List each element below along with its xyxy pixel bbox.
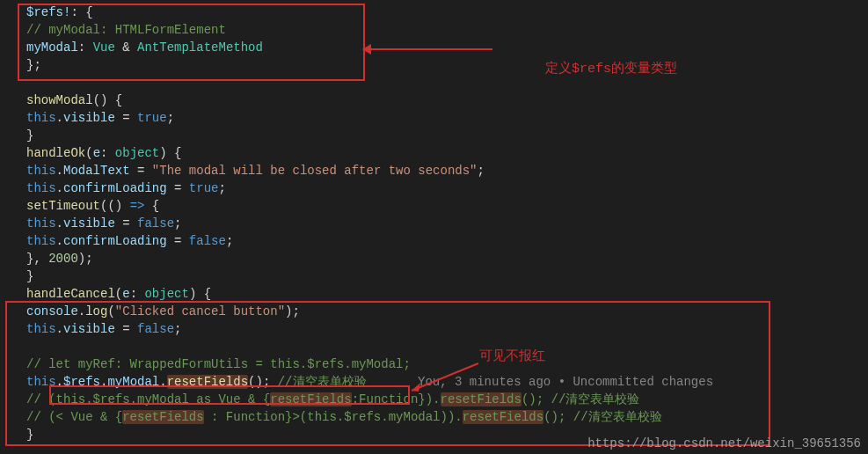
token-this: this: [26, 111, 56, 125]
token: .: [100, 375, 107, 389]
code-line[interactable]: setTimeout(() => {: [0, 197, 868, 215]
code-line[interactable]: this.confirmLoading = false;: [0, 232, 868, 250]
code-line[interactable]: this.confirmLoading = true;: [0, 179, 868, 197]
token-string: "Clicked cancel button": [115, 304, 285, 319]
token: .: [56, 164, 63, 178]
token: .: [56, 181, 63, 195]
code-line[interactable]: };: [0, 56, 868, 74]
token-string: "The modal will be closed after two seco…: [152, 164, 478, 178]
token-this: this: [26, 216, 56, 231]
token: }: [26, 428, 33, 442]
token-fn: showModal: [26, 93, 93, 107]
annotation-label-refs: 定义$refs的变量类型: [545, 60, 677, 77]
token: ) {: [189, 287, 211, 301]
code-line[interactable]: // myModal: HTMLFormElement: [0, 21, 868, 39]
token: e: [93, 146, 100, 160]
token: .: [56, 322, 63, 336]
code-line[interactable]: [0, 338, 868, 355]
token: myModal: [26, 40, 78, 55]
token-literal: false: [137, 216, 174, 231]
token: ) {: [159, 146, 181, 160]
code-line[interactable]: }, 2000);: [0, 250, 868, 267]
token: =: [130, 164, 152, 178]
token: visible: [63, 216, 115, 231]
token: ;: [174, 322, 181, 336]
comment: // (< Vue & {: [26, 410, 122, 424]
code-line[interactable]: }: [0, 127, 868, 144]
code-line[interactable]: // let myRef: WrappedFormUtils = this.$r…: [0, 355, 868, 373]
token: .: [56, 375, 63, 389]
code-line[interactable]: // (this.$refs.myModal as Vue & {resetFi…: [0, 391, 868, 408]
token-literal: true: [189, 181, 219, 195]
token: .: [56, 111, 63, 125]
code-line[interactable]: this.$refs.myModal.resetFields(); //清空表单…: [0, 373, 868, 391]
token: ;: [174, 216, 181, 231]
token: ();: [248, 375, 270, 389]
token-this: this: [26, 234, 56, 248]
token: );: [78, 252, 93, 266]
token-this: this: [26, 322, 56, 336]
token-fn: handleOk: [26, 146, 85, 160]
code-line[interactable]: // (< Vue & {resetFields : Function}>(th…: [0, 408, 868, 426]
code-line[interactable]: [0, 74, 868, 92]
token: .: [56, 234, 63, 248]
token: .: [159, 375, 166, 389]
comment: :Function}).: [352, 392, 441, 406]
token: myModal: [107, 375, 159, 389]
token-literal: false: [137, 322, 174, 336]
code-line[interactable]: handleOk(e: object) {: [0, 144, 868, 162]
comment: // (this.$refs.myModal as Vue & {: [26, 392, 270, 406]
code-line[interactable]: this.visible = true;: [0, 109, 868, 127]
token: );: [285, 304, 300, 319]
code-editor[interactable]: $refs!: { // myModal: HTMLFormElement my…: [0, 4, 868, 443]
token: =: [115, 111, 137, 125]
code-line[interactable]: console.log("Clicked cancel button");: [0, 303, 868, 320]
token: visible: [63, 322, 115, 336]
token-literal: false: [189, 234, 226, 248]
token: .: [56, 216, 63, 231]
token: (: [107, 304, 114, 319]
token-fn: setTimeout: [26, 199, 100, 213]
token: confirmLoading: [63, 234, 167, 248]
token: e: [122, 287, 129, 301]
code-line[interactable]: handleCancel(e: object) {: [0, 285, 868, 303]
comment: resetFields: [122, 410, 203, 424]
token: :: [130, 287, 145, 301]
token: =: [115, 322, 137, 336]
token: () {: [93, 93, 123, 107]
token-literal: true: [137, 111, 167, 125]
token: &: [115, 40, 137, 55]
token: .: [78, 304, 85, 319]
code-line[interactable]: myModal: Vue & AntTemplateMethod: [0, 39, 868, 56]
token: confirmLoading: [63, 181, 167, 195]
token-number: 2000: [48, 252, 78, 266]
git-blame-annotation: You, 3 minutes ago • Uncommitted changes: [418, 375, 713, 389]
token: (: [85, 146, 92, 160]
code-line[interactable]: $refs!: {: [0, 4, 868, 21]
token-fn: resetFields: [167, 375, 248, 389]
code-line[interactable]: this.visible = false;: [0, 215, 868, 232]
token: :: [78, 40, 93, 55]
token-fn: log: [85, 304, 107, 319]
token-fn: handleCancel: [26, 287, 115, 301]
comment: (); //清空表单校验: [543, 409, 661, 425]
token: ;: [167, 111, 174, 125]
token: :: [100, 146, 115, 160]
code-line[interactable]: this.ModalText = "The modal will be clos…: [0, 162, 868, 179]
token-this: this: [26, 375, 56, 389]
comment: (); //清空表单校验: [522, 392, 639, 407]
token: $refs: [63, 375, 100, 389]
comment: // myModal: HTMLFormElement: [26, 23, 226, 37]
token: ((): [100, 199, 130, 213]
token: =: [167, 181, 189, 195]
watermark-text: https://blog.csdn.net/weixin_39651356: [587, 436, 861, 450]
code-line[interactable]: this.visible = false;: [0, 320, 868, 338]
token: ;: [478, 164, 485, 178]
token: =>: [130, 199, 145, 213]
token: };: [26, 58, 41, 72]
annotation-label-noerror: 可见不报红: [479, 348, 545, 364]
token: {: [144, 199, 159, 213]
token: },: [26, 252, 48, 266]
code-line[interactable]: }: [0, 267, 868, 285]
code-line[interactable]: showModal() {: [0, 92, 868, 109]
